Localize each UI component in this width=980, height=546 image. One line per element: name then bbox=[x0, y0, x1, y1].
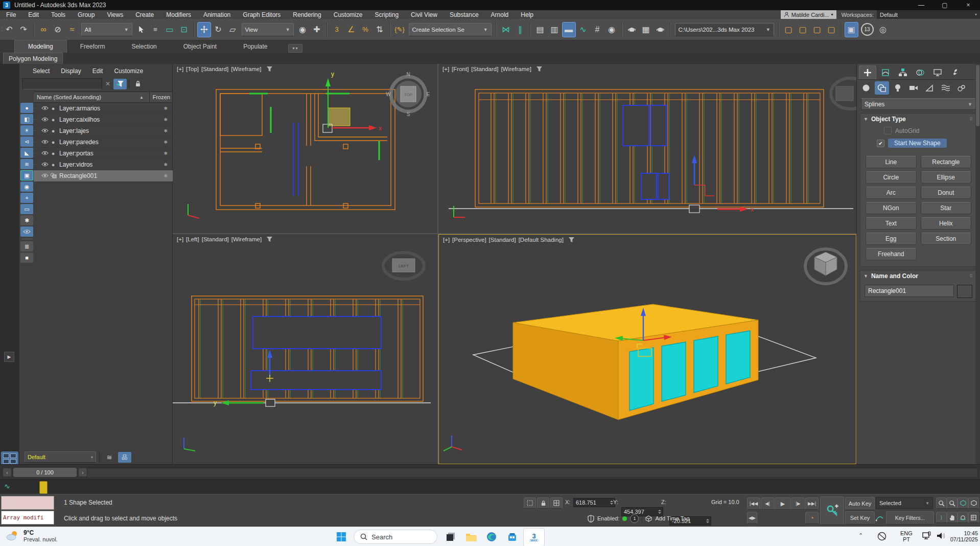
edge-browser-button[interactable] bbox=[483, 529, 500, 545]
menu-customize[interactable]: Customize bbox=[328, 10, 369, 19]
time-slider-handle[interactable] bbox=[39, 481, 48, 494]
zoom-button[interactable] bbox=[936, 497, 947, 509]
object-type-rollout-header[interactable]: ▼Object Type⠿ bbox=[860, 113, 976, 125]
select-object-button[interactable] bbox=[134, 22, 148, 37]
explorer-menu-customize[interactable]: Customize bbox=[109, 66, 148, 75]
shape-button-line[interactable]: Line bbox=[866, 156, 917, 168]
explorer-menu-edit[interactable]: Edit bbox=[87, 66, 108, 75]
ribbon-tab-modeling[interactable]: Modeling bbox=[14, 40, 67, 53]
undo-button[interactable]: ↶ bbox=[3, 22, 16, 37]
project-folder-dropdown[interactable]: C:\Users\202...3ds Max 2023▼ bbox=[675, 23, 774, 36]
display-containers-filter[interactable]: ▭ bbox=[20, 204, 33, 214]
reference-coordinate-dropdown[interactable]: View▼ bbox=[242, 23, 294, 36]
orbit-button[interactable] bbox=[958, 512, 968, 523]
viewport-badge[interactable]: 13 bbox=[861, 23, 874, 36]
go-to-start-button[interactable]: |◀◀ bbox=[747, 497, 760, 510]
key-filters-button[interactable]: Key Filters... bbox=[886, 511, 934, 525]
app-icon[interactable]: 3 bbox=[3, 2, 10, 9]
menu-animation[interactable]: Animation bbox=[197, 10, 237, 19]
toggle-layer-explorer-button[interactable]: ▥ bbox=[548, 22, 562, 37]
polygon-modeling-panel-tab[interactable]: Polygon Modeling bbox=[3, 53, 63, 64]
object-name-field[interactable]: Rectangle001 bbox=[865, 285, 954, 297]
signin-user-button[interactable]: Matilde Cardi...▾ bbox=[781, 10, 836, 19]
play-button[interactable]: ▶ bbox=[775, 497, 791, 510]
visibility-eye-icon[interactable] bbox=[41, 162, 49, 167]
visibility-eye-icon[interactable] bbox=[41, 117, 49, 122]
frozen-cell-icon[interactable]: ✱ bbox=[164, 173, 168, 178]
language-indicator[interactable]: ENGPT bbox=[900, 530, 913, 542]
vp-left-name-menu[interactable]: [Left] bbox=[186, 236, 199, 242]
display-lights-filter[interactable]: ☀ bbox=[20, 125, 33, 135]
name-column-header[interactable]: Name (Sorted Ascending) bbox=[37, 94, 101, 100]
start-new-shape-button[interactable]: Start New Shape bbox=[888, 139, 947, 148]
vp-front-pov-menu[interactable]: [+] bbox=[442, 66, 449, 72]
shape-button-circle[interactable]: Circle bbox=[866, 171, 917, 184]
frozen-cell-icon[interactable]: ✱ bbox=[164, 117, 168, 122]
sort-mode-button[interactable]: ≣ bbox=[20, 241, 33, 252]
render-setup-button[interactable] bbox=[625, 22, 639, 37]
scene-state-button-2[interactable]: ▢ bbox=[796, 22, 810, 37]
zoom-extents-button[interactable] bbox=[958, 497, 968, 509]
frozen-cell-icon[interactable]: ✱ bbox=[164, 106, 168, 111]
tab-display[interactable] bbox=[929, 66, 946, 79]
track-bar-strip[interactable] bbox=[87, 468, 978, 478]
list-item-layer-vidros[interactable]: ┈●Layer:vidros✱ bbox=[34, 159, 173, 170]
save-workspace-button[interactable]: ▣ bbox=[845, 22, 858, 37]
frame-counter[interactable]: 0 / 100 bbox=[13, 468, 77, 477]
display-shapes-filter[interactable]: ◧ bbox=[20, 114, 33, 124]
shape-category-dropdown[interactable]: Splines▼ bbox=[861, 98, 976, 110]
viewport-top[interactable]: [+] [Top] [Standard] [Wireframe] bbox=[173, 64, 437, 233]
vp-top-render-menu[interactable]: [Standard] bbox=[201, 66, 228, 72]
menu-tools[interactable]: Tools bbox=[45, 10, 72, 19]
isolate-toggle-button[interactable]: ◎ bbox=[876, 22, 890, 37]
select-and-rotate-button[interactable]: ↻ bbox=[212, 22, 225, 37]
filter-button[interactable] bbox=[113, 79, 127, 89]
key-selection-dropdown[interactable]: Selected▼ bbox=[876, 497, 933, 509]
unlink-selection-button[interactable]: ⊘ bbox=[51, 22, 65, 37]
blank-filter-button[interactable]: ■ bbox=[20, 253, 33, 263]
category-spacewarps[interactable] bbox=[938, 81, 952, 95]
list-item-layer-caixilhos[interactable]: ┈●Layer:caixilhos✱ bbox=[34, 114, 173, 125]
ribbon-minimize-dropdown[interactable]: ▾ ▾ bbox=[288, 44, 302, 53]
bind-to-spacewarp-button[interactable]: ≈ bbox=[65, 22, 79, 37]
key-filters-curves-icon[interactable] bbox=[876, 514, 883, 521]
frozen-cell-icon[interactable]: ✱ bbox=[164, 128, 168, 133]
selection-lock-toggle[interactable] bbox=[537, 497, 549, 509]
menu-help[interactable]: Help bbox=[515, 10, 540, 19]
category-shapes[interactable] bbox=[875, 81, 889, 95]
selection-filter-dropdown[interactable]: All▼ bbox=[81, 23, 132, 36]
display-bones-filter[interactable]: ⌖ bbox=[20, 193, 33, 203]
minimize-button[interactable]: — bbox=[909, 0, 933, 10]
select-and-move-button[interactable] bbox=[197, 22, 211, 37]
spinner-snap-button[interactable]: ⇅ bbox=[373, 22, 387, 37]
layer-stack-button[interactable]: ≋ bbox=[103, 452, 116, 463]
add-time-tag-label[interactable]: Add Time Tag bbox=[655, 515, 689, 521]
menu-substance[interactable]: Substance bbox=[444, 10, 485, 19]
expand-panel-button[interactable]: ▶ bbox=[4, 352, 14, 362]
vp-persp-pov-menu[interactable]: [+] bbox=[443, 237, 450, 243]
category-cameras[interactable] bbox=[906, 81, 921, 95]
task-view-button[interactable] bbox=[442, 529, 459, 545]
redo-button[interactable]: ↷ bbox=[17, 22, 31, 37]
select-and-link-button[interactable]: ∞ bbox=[37, 22, 51, 37]
visibility-eye-icon[interactable] bbox=[41, 140, 49, 144]
window-crossing-button[interactable]: ⊡ bbox=[177, 22, 191, 37]
display-helpers-filter[interactable]: ◣ bbox=[20, 148, 33, 158]
frame-forward-button[interactable]: › bbox=[79, 468, 87, 476]
zoom-region-button[interactable]: ⟩ bbox=[936, 512, 947, 523]
vp-front-render-menu[interactable]: [Standard] bbox=[471, 66, 498, 72]
explorer-preset-dropdown[interactable]: Default▾ bbox=[25, 451, 96, 463]
previous-frame-button[interactable]: ◀| bbox=[761, 497, 774, 510]
start-new-shape-checkbox[interactable]: ✔ bbox=[877, 140, 884, 147]
tab-create[interactable] bbox=[859, 65, 876, 79]
autogrid-checkbox[interactable] bbox=[884, 127, 892, 134]
volume-icon[interactable] bbox=[936, 531, 946, 540]
list-item-rectangle001[interactable]: ┈Rectangle001✱ bbox=[34, 170, 173, 181]
shape-button-star[interactable]: Star bbox=[921, 202, 972, 214]
lock-explorer-button[interactable] bbox=[131, 79, 145, 89]
category-lights[interactable] bbox=[891, 81, 905, 95]
per-view-filter-icon[interactable] bbox=[266, 236, 273, 242]
percent-snap-button[interactable]: % bbox=[359, 22, 372, 37]
toggle-scene-explorer-button[interactable]: ▤ bbox=[533, 22, 547, 37]
angle-snap-button[interactable]: ∠ bbox=[344, 22, 358, 37]
